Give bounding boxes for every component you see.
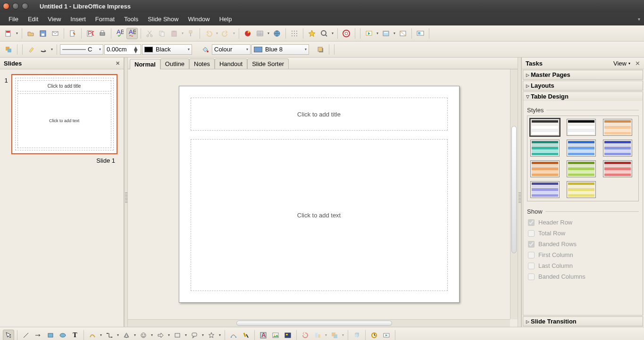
- grid-button[interactable]: [289, 28, 300, 39]
- title-placeholder[interactable]: Click to add title: [191, 98, 448, 131]
- table-dropdown[interactable]: ▾: [267, 31, 270, 35]
- menu-window[interactable]: Window: [183, 14, 214, 24]
- paste-dropdown[interactable]: ▾: [181, 31, 184, 35]
- shadow-dropdown[interactable]: ▾: [50, 47, 54, 51]
- align-button[interactable]: [312, 330, 323, 340]
- table-style-option[interactable]: [567, 140, 596, 157]
- text-tool-button[interactable]: T: [69, 330, 81, 340]
- menu-tools[interactable]: Tools: [119, 14, 143, 24]
- tab-outline[interactable]: Outline: [160, 58, 189, 69]
- area-fill-button[interactable]: [200, 44, 211, 55]
- line-width-spinner[interactable]: 0.00cm ▲▼: [104, 44, 141, 55]
- tab-normal[interactable]: Normal: [130, 59, 160, 69]
- line-color-combo[interactable]: Black ▾: [142, 44, 192, 55]
- callouts-button[interactable]: [189, 330, 200, 340]
- slides-list[interactable]: 1 Click to add title Click to add text S…: [0, 69, 124, 327]
- table-style-option[interactable]: [530, 140, 560, 157]
- paste-button[interactable]: [168, 28, 180, 39]
- spellcheck-button[interactable]: ABC: [114, 28, 125, 39]
- tasks-panel-close-icon[interactable]: ✕: [635, 60, 640, 67]
- symbol-shapes-dropdown[interactable]: ▾: [150, 333, 154, 337]
- symbol-shapes-button[interactable]: [138, 330, 149, 340]
- slide-show-dropdown[interactable]: ▾: [376, 31, 379, 35]
- table-style-option[interactable]: [567, 160, 596, 177]
- table-style-option[interactable]: [530, 160, 560, 177]
- line-tool-button[interactable]: [20, 330, 32, 340]
- hyperlink-button[interactable]: [271, 28, 283, 39]
- highlighting-button[interactable]: [25, 44, 37, 55]
- new-doc-button[interactable]: [3, 28, 14, 39]
- callouts-dropdown[interactable]: ▾: [201, 333, 205, 337]
- menu-view[interactable]: View: [43, 14, 66, 24]
- menu-slideshow[interactable]: Slide Show: [143, 14, 183, 24]
- format-paintbrush-button[interactable]: [185, 28, 197, 39]
- arrange-button[interactable]: [3, 44, 14, 55]
- arrow-line-button[interactable]: [33, 330, 44, 340]
- tasks-view-menu[interactable]: View: [613, 60, 627, 67]
- basic-shapes-dropdown[interactable]: ▾: [133, 333, 137, 337]
- slides-panel-close-icon[interactable]: ✕: [116, 60, 120, 66]
- flowchart-button[interactable]: [172, 330, 183, 340]
- stars-button[interactable]: [206, 330, 217, 340]
- window-maximize-button[interactable]: [22, 3, 28, 9]
- menu-format[interactable]: Format: [91, 14, 119, 24]
- connector-dropdown[interactable]: ▾: [116, 333, 120, 337]
- arrange-objects-dropdown[interactable]: ▾: [341, 333, 345, 337]
- points-edit-button[interactable]: [228, 330, 239, 340]
- vertical-scrollbar[interactable]: [510, 69, 518, 319]
- flowchart-dropdown[interactable]: ▾: [184, 333, 188, 337]
- export-pdf-button[interactable]: PDF: [84, 28, 96, 39]
- slide-layout-button[interactable]: [397, 28, 409, 39]
- area-fill-combo[interactable]: Blue 8 ▾: [251, 44, 309, 55]
- undo-button[interactable]: [203, 28, 214, 39]
- table-button[interactable]: [254, 28, 266, 39]
- email-button[interactable]: [50, 28, 61, 39]
- table-style-option[interactable]: [603, 160, 632, 177]
- table-style-option[interactable]: [603, 140, 632, 157]
- rotate-button[interactable]: [300, 330, 311, 340]
- slide-canvas[interactable]: Click to add title Click to add text: [128, 69, 510, 319]
- stars-dropdown[interactable]: ▾: [218, 333, 222, 337]
- align-dropdown[interactable]: ▾: [324, 333, 328, 337]
- menu-overflow-icon[interactable]: ▾: [638, 17, 640, 22]
- block-arrows-button[interactable]: [155, 330, 166, 340]
- from-file-button[interactable]: [270, 330, 281, 340]
- zoom-button[interactable]: [318, 28, 330, 39]
- shadow-button[interactable]: [38, 44, 49, 55]
- ellipse-tool-button[interactable]: [57, 330, 68, 340]
- gluepoints-button[interactable]: [240, 330, 251, 340]
- slide-show-button[interactable]: [363, 28, 375, 39]
- copy-button[interactable]: [156, 28, 167, 39]
- menu-file[interactable]: File: [4, 14, 23, 24]
- interaction-button[interactable]: [368, 330, 380, 340]
- menu-edit[interactable]: Edit: [23, 14, 43, 24]
- table-style-option[interactable]: [530, 181, 560, 198]
- curve-tool-button[interactable]: [87, 330, 98, 340]
- undo-dropdown[interactable]: ▾: [215, 31, 219, 35]
- section-layouts[interactable]: ▷Layouts: [523, 81, 643, 90]
- presentation-button[interactable]: [415, 28, 426, 39]
- content-placeholder[interactable]: Click to add text: [191, 139, 448, 291]
- basic-shapes-button[interactable]: [121, 330, 132, 340]
- zoom-dropdown[interactable]: ▾: [331, 31, 335, 35]
- navigator-button[interactable]: [306, 28, 318, 39]
- extrusion-button[interactable]: [351, 330, 362, 340]
- fontwork-button[interactable]: A: [258, 330, 269, 340]
- window-minimize-button[interactable]: [12, 3, 19, 9]
- save-button[interactable]: [37, 28, 49, 39]
- section-slide-transition[interactable]: ▷Slide Transition: [523, 317, 643, 326]
- help-button[interactable]: [341, 28, 352, 39]
- section-master-pages[interactable]: ▷Master Pages: [523, 70, 643, 79]
- table-style-option[interactable]: [567, 119, 596, 136]
- window-close-button[interactable]: [3, 3, 9, 9]
- rectangle-tool-button[interactable]: [45, 330, 56, 340]
- area-style-combo[interactable]: Colour ▾: [212, 44, 251, 55]
- section-table-design[interactable]: ▽Table Design: [523, 92, 643, 101]
- menu-help[interactable]: Help: [215, 14, 237, 24]
- open-button[interactable]: [25, 28, 36, 39]
- print-button[interactable]: [97, 28, 108, 39]
- table-style-option[interactable]: [567, 181, 596, 198]
- slide-page[interactable]: Click to add title Click to add text: [179, 86, 460, 303]
- cut-button[interactable]: [144, 28, 155, 39]
- splitter-left[interactable]: [124, 58, 128, 327]
